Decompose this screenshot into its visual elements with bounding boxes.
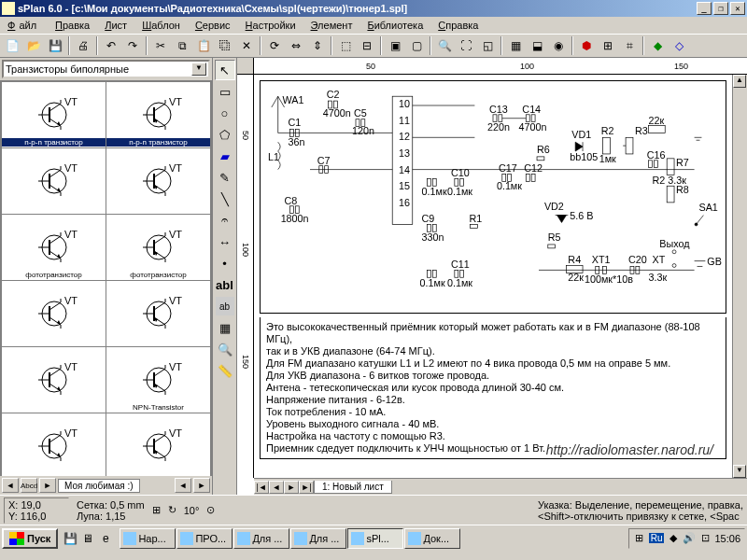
close-button[interactable]: ✕ <box>730 2 745 15</box>
menu-file[interactable]: Файл <box>4 19 44 32</box>
ql-desktop-icon[interactable]: 🖥 <box>79 529 96 548</box>
print-icon[interactable]: 🖨 <box>73 35 93 56</box>
canvas-tab[interactable]: 1: Новый лист <box>314 481 392 494</box>
lib-scroll-right[interactable]: ► <box>193 478 210 493</box>
library-item[interactable]: VT?NPN-Transistor <box>106 347 210 413</box>
redo-icon[interactable]: ↷ <box>122 35 143 56</box>
maximize-button[interactable]: ❐ <box>713 2 728 15</box>
new-icon[interactable]: 📄 <box>2 35 22 56</box>
library-item[interactable]: VT? <box>106 413 210 476</box>
start-button[interactable]: Пуск <box>2 528 58 549</box>
delete-icon[interactable]: ✕ <box>236 35 257 56</box>
zoomsel-icon[interactable]: ◱ <box>477 35 498 56</box>
rotate-icon[interactable]: ⟳ <box>264 35 285 56</box>
image-tool-icon[interactable]: ▦ <box>215 317 235 338</box>
tray-lang[interactable]: Ru <box>649 533 665 543</box>
ql-ie-icon[interactable]: e <box>97 529 114 548</box>
snap-toggle-icon[interactable]: ⊞ <box>152 504 161 516</box>
tray-vol-icon[interactable]: 🔊 <box>683 532 696 545</box>
copy-icon[interactable]: ⧉ <box>172 35 192 56</box>
scroll-up-icon[interactable]: ▲ <box>733 75 746 88</box>
taskbar-task[interactable]: Нар... <box>120 528 176 549</box>
undo-icon[interactable]: ↶ <box>101 35 121 56</box>
tray-icon[interactable]: ⊞ <box>633 532 646 545</box>
menu-help[interactable]: Справка <box>434 19 482 32</box>
library-item[interactable]: VT? <box>106 148 210 214</box>
ql-save-icon[interactable]: 💾 <box>62 529 78 548</box>
tray-clock[interactable]: 15:06 <box>714 533 740 544</box>
toback-icon[interactable]: ▢ <box>406 35 427 56</box>
mirror-v-icon[interactable]: ⇕ <box>307 35 328 56</box>
library-item[interactable]: VT?n-p-n транзистор <box>106 82 210 147</box>
rect-tool-icon[interactable]: ▭ <box>215 81 235 102</box>
label-tool-icon[interactable]: ab <box>215 296 235 316</box>
tab-last-icon[interactable]: ►| <box>299 481 314 494</box>
group-icon[interactable]: ⬚ <box>335 35 356 56</box>
pencil-tool-icon[interactable]: ✎ <box>215 167 235 188</box>
tab-next-icon[interactable]: ► <box>284 481 299 494</box>
tool-f-icon[interactable]: ⌗ <box>619 35 640 56</box>
duplicate-icon[interactable]: ⿻ <box>215 35 235 56</box>
lib-tab-prev[interactable]: ◄ <box>2 478 19 493</box>
taskbar-task[interactable]: ПРО... <box>176 528 233 549</box>
tab-prev-icon[interactable]: ◄ <box>269 481 284 494</box>
bezier-tool-icon[interactable]: 𝄐 <box>215 210 235 231</box>
library-bottom-tab[interactable]: Моя любимая :) <box>58 479 140 493</box>
library-item[interactable]: VT?фототранзистор <box>106 215 210 280</box>
lib-tab-next[interactable]: ► <box>39 478 56 493</box>
save-icon[interactable]: 💾 <box>45 35 65 56</box>
library-item[interactable]: VT? <box>2 413 106 476</box>
origin-toggle-icon[interactable]: ⊙ <box>206 504 215 516</box>
library-item[interactable]: VT? <box>2 281 106 346</box>
scrollbar-vertical[interactable]: ▲ ▼ <box>732 75 747 478</box>
cut-icon[interactable]: ✂ <box>150 35 171 56</box>
tool-c-icon[interactable]: ◉ <box>548 35 569 56</box>
drawing-area[interactable]: WA1 C136n L1 10 11 12 13 14 <box>254 75 732 478</box>
taskbar-task[interactable]: Для ... <box>290 528 346 549</box>
menu-template[interactable]: Шаблон <box>138 19 184 32</box>
minimize-button[interactable]: _ <box>697 2 712 15</box>
mirror-h-icon[interactable]: ⇔ <box>286 35 306 56</box>
fillpoly-tool-icon[interactable]: ▰ <box>215 146 235 166</box>
library-category-combo[interactable]: Транзисторы биполярные ▼ <box>2 60 210 78</box>
circle-tool-icon[interactable]: ○ <box>215 103 235 123</box>
library-item[interactable]: VT? <box>2 347 106 413</box>
menu-library[interactable]: Библиотека <box>363 19 427 32</box>
lib-scroll-left[interactable]: ◄ <box>175 478 191 493</box>
open-icon[interactable]: 📂 <box>23 35 44 56</box>
tool-h-icon[interactable]: ◇ <box>669 35 689 56</box>
library-item[interactable]: VT? <box>2 148 106 214</box>
tool-a-icon[interactable]: ▦ <box>505 35 526 56</box>
menu-service[interactable]: Сервис <box>191 19 234 32</box>
menu-settings[interactable]: Настройки <box>242 19 300 32</box>
dimension-tool-icon[interactable]: ↔ <box>215 231 235 252</box>
canvas[interactable]: 50 100 150 50 100 150 WA1 C136n <box>237 58 747 495</box>
pointer-tool-icon[interactable]: ↖ <box>215 60 235 80</box>
tab-first-icon[interactable]: |◄ <box>254 481 269 494</box>
library-item[interactable]: VT?фототранзистор <box>2 215 106 280</box>
tool-e-icon[interactable]: ⊞ <box>598 35 618 56</box>
tray-app-icon[interactable]: ◆ <box>667 532 680 545</box>
menu-sheet[interactable]: Лист <box>101 19 131 32</box>
tool-g-icon[interactable]: ◆ <box>647 35 668 56</box>
poly-tool-icon[interactable]: ⬠ <box>215 124 235 145</box>
angle-toggle-icon[interactable]: ↻ <box>168 504 176 516</box>
measure-tool-icon[interactable]: 📏 <box>215 360 235 381</box>
text-tool-icon[interactable]: abl <box>215 274 235 295</box>
line-tool-icon[interactable]: ╲ <box>215 189 235 209</box>
tofront-icon[interactable]: ▣ <box>385 35 405 56</box>
tool-d-icon[interactable]: ⬢ <box>576 35 597 56</box>
paste-icon[interactable]: 📋 <box>193 35 214 56</box>
taskbar-task[interactable]: sPl... <box>347 528 403 549</box>
taskbar-task[interactable]: Для ... <box>233 528 289 549</box>
node-tool-icon[interactable]: • <box>215 253 235 273</box>
library-item[interactable]: VT? <box>106 281 210 346</box>
chevron-down-icon[interactable]: ▼ <box>191 63 206 76</box>
lib-tab-label-icon[interactable]: Abcd <box>21 478 37 493</box>
zoom-tool-icon[interactable]: 🔍 <box>215 339 235 359</box>
ungroup-icon[interactable]: ⊟ <box>357 35 377 56</box>
menu-edit[interactable]: Правка <box>51 19 93 32</box>
scroll-down-icon[interactable]: ▼ <box>733 465 746 478</box>
zoomfit-icon[interactable]: ⛶ <box>456 35 476 56</box>
zoom-icon[interactable]: 🔍 <box>434 35 455 56</box>
